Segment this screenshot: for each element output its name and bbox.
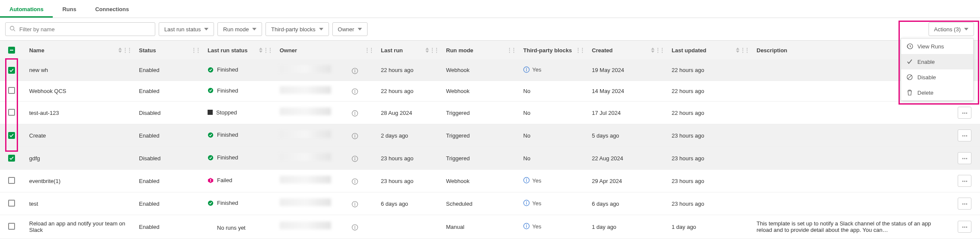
cell-run-mode: Scheduled [440, 192, 517, 215]
actions-button[interactable]: Actions (3) View Runs Enable Disable Del… [929, 22, 974, 36]
owner-redacted [280, 65, 331, 73]
cell-status: Enabled [133, 215, 202, 239]
cell-status: Disabled [133, 239, 202, 240]
cell-menu: ⋯ [949, 170, 980, 192]
header-check [0, 41, 23, 60]
check-circle-icon [208, 155, 214, 161]
cell-last-updated: 22 hours ago [666, 60, 751, 81]
actions-menu-view-runs[interactable]: View Runs [901, 39, 973, 54]
svg-point-40 [355, 203, 356, 204]
row-menu-button[interactable]: ⋯ [958, 129, 971, 141]
header-last-updated[interactable]: Last updated ⋮⋮ [666, 41, 751, 60]
filter-owner[interactable]: Owner [332, 22, 368, 36]
row-checkbox[interactable] [8, 67, 15, 74]
cell-description [751, 147, 949, 170]
row-checkbox[interactable] [8, 200, 15, 207]
row-checkbox[interactable] [8, 223, 15, 230]
filter-run-mode[interactable]: Run mode [217, 22, 262, 36]
actions-menu-disable[interactable]: Disable [901, 69, 973, 85]
drag-icon[interactable]: ⋮⋮ [740, 47, 749, 53]
drag-icon[interactable]: ⋮⋮ [365, 47, 373, 53]
header-created[interactable]: Created ⋮⋮ [586, 41, 666, 60]
tab-connections[interactable]: Connections [86, 2, 139, 18]
svg-point-15 [355, 90, 356, 91]
row-menu-button[interactable]: ⋯ [958, 107, 971, 119]
cell-third-party-blocks: Yes [517, 192, 586, 215]
svg-rect-28 [355, 158, 355, 160]
drag-icon[interactable]: ⋮⋮ [191, 47, 200, 53]
row-menu-button[interactable]: ⋯ [958, 221, 971, 233]
filter-last-run-status[interactable]: Last run status [159, 22, 214, 36]
run-status-label: Finished [217, 132, 238, 138]
info-icon[interactable] [352, 133, 358, 141]
header-third-party-blocks[interactable]: Third-party blocks⋮⋮ [517, 41, 586, 60]
cell-status: Enabled [133, 60, 202, 81]
header-status[interactable]: Status⋮⋮ [133, 41, 202, 60]
info-icon [523, 178, 530, 185]
drag-icon[interactable]: ⋮⋮ [655, 47, 664, 53]
info-icon[interactable] [352, 224, 358, 232]
top-tabs: Automations Runs Connections [0, 0, 980, 18]
row-checkbox[interactable] [8, 132, 15, 139]
row-menu-button[interactable]: ⋯ [958, 175, 971, 187]
info-icon[interactable] [352, 68, 358, 75]
drag-icon[interactable]: ⋮⋮ [576, 47, 584, 53]
header-last-run[interactable]: Last run ⋮⋮ [375, 41, 440, 60]
table-row[interactable]: new whEnabledFinished22 hours agoWebhook… [0, 60, 980, 81]
info-icon[interactable] [352, 110, 358, 118]
table-row[interactable]: test-aut-123DisabledStopped28 Aug 2024Tr… [0, 102, 980, 124]
actions-menu-enable[interactable]: Enable [901, 54, 973, 69]
chevron-down-icon [204, 26, 208, 33]
table-row[interactable]: Reload an app and notify your team on Sl… [0, 215, 980, 239]
select-all-checkbox[interactable] [8, 47, 15, 54]
row-checkbox[interactable] [8, 109, 15, 116]
cell-last-run: 2 days ago [375, 124, 440, 147]
filter-third-party-blocks[interactable]: Third-party blocks [265, 22, 329, 36]
row-menu-button[interactable]: ⋯ [958, 198, 971, 210]
drag-icon[interactable]: ⋮⋮ [263, 47, 272, 53]
check-icon [906, 58, 913, 65]
run-status-label: Failed [217, 177, 232, 183]
info-icon[interactable] [352, 201, 358, 209]
cell-description [751, 170, 949, 192]
cell-last-updated: 1 day ago [666, 215, 751, 239]
header-last-run-status[interactable]: Last run status ⋮⋮ [202, 41, 274, 60]
cell-third-party-blocks: No [517, 81, 586, 102]
owner-redacted [280, 222, 331, 229]
table-row[interactable]: Webhook QCSEnabledFinished22 hours agoWe… [0, 81, 980, 102]
drag-icon[interactable]: ⋮⋮ [430, 47, 438, 53]
row-checkbox[interactable] [8, 177, 15, 184]
header-name[interactable]: Name ⋮⋮ [23, 41, 133, 60]
header-run-mode[interactable]: Run mode⋮⋮ [440, 41, 517, 60]
cell-last-run-status: Finished [202, 124, 274, 147]
info-icon[interactable] [352, 88, 358, 96]
chevron-down-icon [319, 26, 323, 33]
drag-icon[interactable]: ⋮⋮ [123, 47, 131, 53]
disable-icon [906, 74, 913, 81]
svg-line-1 [14, 30, 15, 31]
stop-icon [208, 110, 213, 115]
table-row[interactable]: CreateEnabledFinished2 days agoTriggered… [0, 124, 980, 147]
cell-run-mode: Webhook [440, 170, 517, 192]
table-row[interactable]: gdfgDisabledFinished23 hours agoTriggere… [0, 147, 980, 170]
info-icon[interactable] [352, 156, 358, 163]
drag-icon[interactable]: ⋮⋮ [507, 47, 516, 53]
info-icon[interactable] [352, 178, 358, 186]
cell-name: test automation 2 [23, 239, 133, 240]
header-owner[interactable]: Owner⋮⋮ [274, 41, 375, 60]
cell-owner [274, 102, 375, 124]
cell-owner [274, 192, 375, 215]
row-checkbox[interactable] [8, 87, 15, 94]
row-menu-button[interactable]: ⋯ [958, 152, 971, 164]
actions-menu-delete[interactable]: Delete [901, 85, 973, 100]
table-row[interactable]: testEnabledFinished6 days agoScheduledYe… [0, 192, 980, 215]
tab-runs[interactable]: Runs [53, 2, 86, 18]
search-input[interactable] [5, 22, 155, 36]
svg-rect-9 [355, 70, 355, 72]
table-row[interactable]: eventbrite(1)EnabledFailed23 hours agoWe… [0, 170, 980, 192]
tab-automations[interactable]: Automations [0, 2, 53, 18]
table-row[interactable]: test automation 2DisabledFinished7 May 2… [0, 239, 980, 240]
history-icon [906, 43, 913, 50]
owner-redacted [280, 108, 331, 115]
row-checkbox[interactable] [8, 155, 15, 162]
